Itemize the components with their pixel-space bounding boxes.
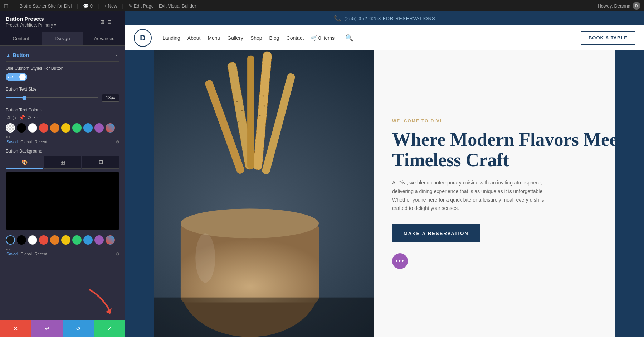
swatch-green[interactable]	[72, 123, 82, 133]
admin-bar: ⊞ | Bistro Starter Site for Divi | 💬 0 |…	[0, 0, 644, 11]
swatch-orange[interactable]	[50, 123, 59, 133]
text-color-label: Button Text Color ?	[6, 107, 119, 112]
bottom-global-label[interactable]: Global	[20, 252, 32, 256]
toggle-yes-label: YES	[7, 75, 14, 79]
left-panel: Button Presets Preset: Architect Primary…	[0, 11, 125, 337]
cart-icon: 🛒	[311, 35, 317, 41]
tab-advanced[interactable]: Advanced	[83, 32, 125, 45]
swatch-transparent[interactable]	[6, 123, 15, 133]
dots-icon: •••	[396, 257, 405, 265]
bottom-swatch-yellow[interactable]	[61, 235, 70, 245]
gear-icon[interactable]: ⚙	[116, 140, 119, 144]
make-reservation-button[interactable]: MAKE A RESERVATION	[392, 224, 480, 242]
book-table-button[interactable]: BOOK A TABLE	[581, 31, 635, 45]
chevron-up-icon[interactable]: ▲	[6, 52, 11, 58]
bottom-swatch-gradient[interactable]	[106, 235, 115, 245]
site-logo[interactable]: D	[134, 29, 152, 47]
bottom-saved-label[interactable]: Saved	[6, 252, 18, 256]
global-label[interactable]: Global	[20, 140, 32, 144]
color-preview-block[interactable]	[6, 172, 119, 230]
swatch-blue[interactable]	[83, 123, 93, 133]
reset-icon[interactable]: ↺	[27, 115, 31, 120]
food-image	[125, 50, 374, 337]
columns-icon[interactable]: ⊟	[107, 19, 112, 25]
swatch-yellow[interactable]	[61, 123, 70, 133]
bottom-swatch-red[interactable]	[39, 235, 48, 245]
bottom-color-swatches	[6, 235, 119, 245]
nav-blog[interactable]: Blog	[269, 35, 279, 41]
nav-about[interactable]: About	[187, 35, 201, 41]
swatch-purple[interactable]	[94, 123, 104, 133]
panel-content: ▲ Button ⋮ Use Custom Styles For Button …	[0, 46, 125, 320]
bottom-swatch-black[interactable]	[17, 235, 26, 245]
help-icon[interactable]: ?	[40, 108, 42, 112]
preview-panel: 📞 (255) 352-6258 FOR RESERVATIONS D Land…	[125, 11, 644, 337]
cursor-icon[interactable]: ▷	[13, 115, 17, 120]
swatch-white[interactable]	[28, 123, 37, 133]
dots-swatch-more[interactable]: •••	[6, 135, 10, 139]
custom-styles-toggle: YES	[6, 73, 119, 81]
panel-header: Button Presets Preset: Architect Primary…	[0, 11, 125, 32]
search-icon[interactable]: 🔍	[345, 34, 353, 42]
text-size-value[interactable]: 13px	[102, 94, 119, 102]
bg-gradient-tab[interactable]: ▦	[44, 156, 82, 169]
tab-design[interactable]: Design	[42, 32, 84, 45]
expand-icon[interactable]: ⊞	[100, 19, 104, 25]
text-size-slider[interactable]	[6, 97, 98, 98]
swatch-black[interactable]	[17, 123, 26, 133]
bg-label: Button Background	[6, 149, 119, 154]
bottom-color-section: ••• Saved Global Recent ⚙	[6, 235, 119, 256]
swatch-red[interactable]	[39, 123, 48, 133]
bg-type-tabs: 🎨 ▦ 🖼	[6, 156, 119, 169]
slider-thumb[interactable]	[22, 96, 26, 100]
comments-button[interactable]: 💬 0	[83, 3, 93, 9]
toggle-switch[interactable]: YES	[6, 73, 27, 81]
bottom-swatch-blue[interactable]	[83, 235, 93, 245]
nav-menu[interactable]: Menu	[208, 35, 220, 41]
bottom-swatch-orange[interactable]	[50, 235, 59, 245]
more-options-icon[interactable]: ⋯	[34, 115, 39, 120]
bg-solid-tab[interactable]: 🎨	[6, 156, 43, 169]
wordpress-icon[interactable]: ⊞	[4, 3, 8, 9]
bottom-recent-label[interactable]: Recent	[35, 252, 47, 256]
bottom-swatch-dark[interactable]	[6, 235, 15, 245]
tab-content[interactable]: Content	[0, 32, 42, 45]
pin-icon[interactable]: 📌	[19, 115, 25, 120]
save-button[interactable]: ✓	[94, 320, 126, 337]
site-name[interactable]: Bistro Starter Site for Divi	[19, 3, 72, 9]
desktop-icon[interactable]: 🖥	[6, 115, 11, 120]
nav-gallery[interactable]: Gallery	[227, 35, 243, 41]
section-menu-icon[interactable]: ⋮	[114, 52, 119, 58]
recent-label[interactable]: Recent	[35, 140, 47, 144]
bottom-swatch-white[interactable]	[28, 235, 37, 245]
saved-label[interactable]: Saved	[6, 140, 18, 144]
text-size-label: Button Text Size	[6, 87, 119, 92]
toggle-label: Use Custom Styles For Button	[6, 66, 119, 71]
swatch-gradient[interactable]	[106, 123, 115, 133]
bottom-swatch-green[interactable]	[72, 235, 82, 245]
exit-builder-button[interactable]: Exit Visual Builder	[159, 3, 196, 9]
cancel-icon: ✕	[13, 325, 18, 332]
bottom-dots-more[interactable]: •••	[6, 247, 10, 251]
dots-menu-button[interactable]: •••	[392, 253, 408, 269]
bottom-gear-icon[interactable]: ⚙	[116, 252, 119, 256]
nav-shop[interactable]: Shop	[250, 35, 262, 41]
undo-button[interactable]: ↩	[31, 320, 63, 337]
new-button[interactable]: + New	[104, 3, 117, 9]
bg-image-tab[interactable]: 🖼	[82, 156, 119, 169]
welcome-label: WELCOME TO DIVI	[392, 119, 626, 124]
cancel-button[interactable]: ✕	[0, 320, 31, 337]
cart-link[interactable]: 🛒 0 items	[311, 35, 335, 41]
panel-tabs: Content Design Advanced	[0, 32, 125, 46]
text-size-slider-row: 13px	[6, 94, 119, 102]
panel-subtitle[interactable]: Preset: Architect Primary ▾	[6, 23, 56, 28]
nav-landing[interactable]: Landing	[162, 35, 180, 41]
bottom-swatch-purple[interactable]	[94, 235, 104, 245]
phone-text: (255) 352-6258 FOR RESERVATIONS	[344, 16, 435, 21]
user-menu[interactable]: Howdy, Deanna D	[597, 2, 640, 10]
redo-button[interactable]: ↺	[63, 320, 94, 337]
more-icon[interactable]: ⋮	[114, 19, 119, 25]
button-section-header: ▲ Button ⋮	[6, 52, 119, 62]
edit-page-button[interactable]: ✎ Edit Page	[128, 3, 154, 9]
nav-contact[interactable]: Contact	[287, 35, 304, 41]
